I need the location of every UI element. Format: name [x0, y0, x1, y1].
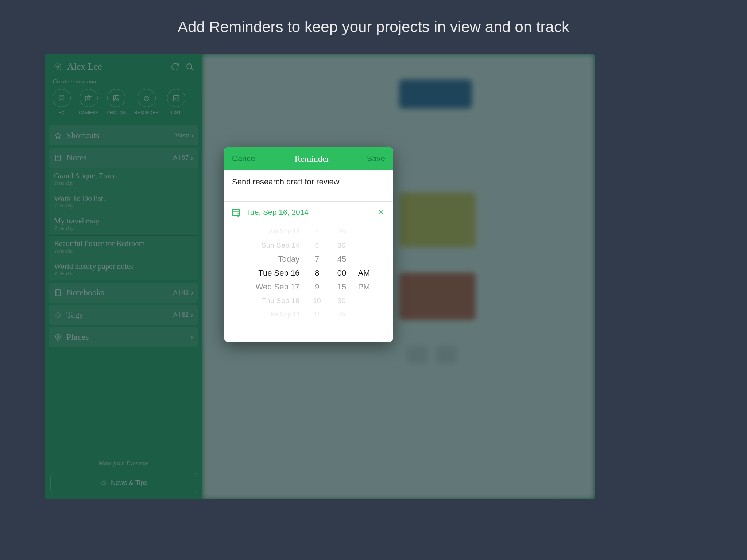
note-sub: Yesterday — [54, 203, 193, 209]
photos-icon — [112, 94, 120, 102]
datetime-picker[interactable]: Sat Sep 13 Sun Sep 14 Today Tue Sep 16 W… — [224, 223, 393, 318]
cancel-button[interactable]: Cancel — [232, 154, 257, 163]
star-icon — [54, 132, 62, 140]
notes-title: Notes — [66, 153, 169, 163]
svg-point-8 — [88, 97, 90, 100]
list-icon — [172, 94, 180, 102]
svg-point-19 — [56, 313, 57, 314]
picker-row: 45 — [337, 252, 346, 266]
new-text-note[interactable]: TEXT — [53, 89, 71, 115]
picker-row: Wed Sep 17 — [256, 280, 300, 294]
save-button[interactable]: Save — [367, 154, 385, 163]
note-title: My travel map. — [54, 217, 193, 226]
note-icon — [54, 154, 62, 162]
picker-row: 9 — [315, 280, 319, 294]
new-reminder-note[interactable]: REMINDER — [134, 89, 159, 115]
svg-line-2 — [191, 68, 193, 70]
note-list: Grand Auque, FranceYesterday Work To Do … — [49, 168, 198, 280]
svg-point-0 — [57, 66, 59, 68]
new-reminder-label: REMINDER — [134, 110, 159, 115]
news-tips-button[interactable]: News & Tips — [50, 473, 197, 493]
picker-row: 30 — [338, 294, 346, 308]
note-item[interactable]: Beautiful Poster for BedroomYesterday — [49, 235, 198, 258]
shortcuts-header[interactable]: Shortcuts View› — [49, 125, 198, 145]
note-title: World history paper notes — [54, 262, 193, 271]
page-heading: Add Reminders to keep your projects in v… — [0, 0, 747, 36]
notebooks-title: Notebooks — [66, 288, 169, 298]
picker-row: 15 — [337, 280, 346, 294]
notes-count: All 97 — [173, 154, 189, 162]
picker-row: 11 — [314, 308, 321, 318]
svg-point-1 — [187, 64, 192, 69]
clear-date-button[interactable] — [376, 207, 386, 217]
text-icon — [58, 94, 66, 102]
pin-icon — [54, 333, 62, 341]
note-item[interactable]: Grand Auque, FranceYesterday — [49, 168, 198, 190]
note-sub: Yesterday — [54, 271, 193, 277]
new-note-row: TEXT CAMERA PHOTOS REMINDER LIST — [45, 89, 202, 123]
picker-minute-column[interactable]: 15 30 45 00 15 30 45 — [328, 225, 356, 318]
note-sub: Yesterday — [54, 226, 193, 232]
new-list-note[interactable]: LIST — [167, 89, 185, 115]
picker-row: 6 — [315, 238, 319, 252]
note-item[interactable]: My travel map.Yesterday — [49, 213, 198, 235]
picker-day-column[interactable]: Sat Sep 13 Sun Sep 14 Today Tue Sep 16 W… — [231, 225, 306, 318]
svg-rect-21 — [232, 209, 240, 215]
picker-row: PM — [358, 280, 370, 294]
sidebar: Alex Lee Create a new note TEXT CAMERA P… — [45, 54, 202, 499]
note-item[interactable]: World history paper notesYesterday — [49, 258, 198, 280]
picker-row-selected: 00 — [337, 266, 346, 280]
shortcuts-right: View — [175, 132, 189, 139]
modal-title: Reminder — [295, 154, 329, 164]
chevron-right-icon: › — [191, 153, 193, 162]
reminder-note-title[interactable]: Send research draft for review — [224, 170, 393, 202]
picker-row: 30 — [338, 238, 346, 252]
picker-row: 5 — [315, 225, 318, 238]
notebook-icon — [54, 289, 62, 297]
new-photos-note[interactable]: PHOTOS — [107, 89, 126, 115]
note-sub: Yesterday — [54, 180, 193, 186]
chevron-right-icon: › — [191, 311, 193, 319]
calendar-icon — [231, 207, 241, 217]
new-camera-label: CAMERA — [79, 110, 98, 115]
notebooks-header[interactable]: Notebooks All 48› — [49, 283, 198, 303]
shortcuts-title: Shortcuts — [66, 131, 171, 140]
svg-point-20 — [57, 335, 59, 337]
note-item[interactable]: Work To Do list.Yesterday — [49, 190, 198, 213]
camera-icon — [84, 94, 93, 102]
settings-gear-icon[interactable] — [53, 62, 63, 72]
picker-row: Sun Sep 14 — [262, 238, 299, 252]
picker-row-selected: 8 — [315, 266, 319, 280]
tags-count: All 82 — [173, 311, 189, 319]
svg-rect-9 — [114, 96, 119, 101]
more-from-label: More from Evernote — [45, 460, 202, 467]
picker-row: Fri Sep 19 — [271, 308, 299, 318]
search-icon[interactable] — [185, 62, 195, 72]
picker-ampm-column[interactable]: AM PM — [356, 225, 386, 318]
picker-row: 7 — [315, 252, 319, 266]
picker-row-selected: AM — [358, 266, 370, 280]
reminder-date-row[interactable]: Tue, Sep 16, 2014 — [224, 202, 393, 223]
new-camera-note[interactable]: CAMERA — [79, 89, 98, 115]
modal-header: Cancel Reminder Save — [224, 147, 393, 170]
username[interactable]: Alex Lee — [67, 61, 166, 72]
note-sub: Yesterday — [54, 248, 193, 254]
chevron-right-icon: › — [191, 288, 193, 297]
news-tips-label: News & Tips — [111, 479, 147, 487]
picker-row: 10 — [313, 294, 321, 308]
picker-hour-column[interactable]: 5 6 7 8 9 10 11 — [306, 225, 328, 318]
note-title: Work To Do list. — [54, 194, 193, 203]
tags-header[interactable]: Tags All 82› — [49, 305, 198, 325]
note-title: Grand Auque, France — [54, 171, 193, 180]
tag-icon — [54, 311, 62, 319]
chevron-right-icon: › — [191, 131, 193, 140]
chevron-right-icon: › — [191, 333, 193, 341]
svg-marker-13 — [55, 132, 61, 138]
notes-header[interactable]: Notes All 97› — [49, 148, 198, 168]
sync-icon[interactable] — [170, 62, 180, 72]
picker-row: Sat Sep 13 — [269, 225, 299, 238]
places-header[interactable]: Places › — [49, 327, 198, 347]
picker-row-selected: Tue Sep 16 — [258, 266, 299, 280]
notebooks-count: All 48 — [173, 289, 189, 296]
new-list-label: LIST — [171, 110, 181, 115]
